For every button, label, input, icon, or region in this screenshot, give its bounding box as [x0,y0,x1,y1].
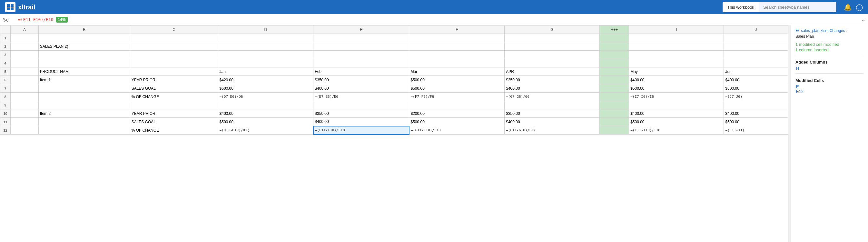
table-row[interactable]: 1 [0,34,788,42]
col-header-F[interactable]: F [409,26,505,34]
cell[interactable] [599,59,629,67]
cell[interactable]: $500.00 [409,76,505,84]
cell[interactable]: YEAR PRIOR [130,76,218,84]
table-row[interactable]: 10Item 2YEAR PRIOR$400.00$350.00$200.00$… [0,110,788,118]
cell[interactable] [130,51,218,59]
col-header-D[interactable]: D [218,26,313,34]
cell[interactable] [313,34,409,42]
cell[interactable] [599,76,629,84]
table-row[interactable]: 2SALES PLAN 2( [0,42,788,51]
cell[interactable]: =(I11-I10)/I10 [629,126,724,134]
cell[interactable] [11,118,39,126]
col-header-G[interactable]: G [505,26,599,34]
col-header-J[interactable]: J [724,26,788,34]
cell[interactable] [11,67,39,76]
table-row[interactable]: 12% OF CHANGE=(D11-D10)/D1(=(E11-E10)/E1… [0,126,788,134]
cell[interactable] [38,34,130,42]
cell[interactable]: Feb [313,67,409,76]
cell[interactable]: APR [505,67,599,76]
col-header-E[interactable]: E [313,26,409,34]
table-row[interactable]: 5PRODUCT NAMJanFebMarAPRMayJun [0,67,788,76]
cell[interactable] [724,101,788,110]
cell[interactable] [599,110,629,118]
cell[interactable] [11,59,39,67]
cell[interactable]: =(J7-J6) [724,93,788,101]
cell[interactable]: =(D7-D6)/D6 [218,93,313,101]
cell[interactable]: $500.00 [409,118,505,126]
cell[interactable]: =(I7-I6)/I6 [629,93,724,101]
cell[interactable] [629,101,724,110]
cell[interactable] [38,126,130,134]
cell[interactable] [629,59,724,67]
cell[interactable] [599,42,629,51]
cell[interactable]: YEAR PRIOR [130,110,218,118]
cell[interactable] [38,51,130,59]
cell[interactable]: =(G11-G10)/G1( [505,126,599,134]
cell[interactable] [11,34,39,42]
cell[interactable] [505,42,599,51]
cell[interactable]: $500.00 [218,118,313,126]
cell[interactable]: $400.00 [505,118,599,126]
spreadsheet[interactable]: A B C D E F G H++ I J 12SALES PLAN 2(345… [0,25,788,242]
modified-cell-E12[interactable]: E12 [796,89,864,94]
bell-icon[interactable]: 🔔 [844,3,852,11]
table-row[interactable]: 7SALES GOAL$600.00$400.00$500.00$400.00$… [0,84,788,93]
cell[interactable] [218,51,313,59]
cell[interactable] [130,42,218,51]
cell[interactable]: =(J11-J1( [724,126,788,134]
cell[interactable]: $500.00 [629,84,724,93]
cell[interactable] [218,59,313,67]
cell[interactable]: =(E11-E10)/E10 [313,126,409,134]
file-link[interactable]: sales_plan.xlsm Changes [801,28,845,33]
table-row[interactable]: 9 [0,101,788,110]
table-row[interactable]: 4 [0,59,788,67]
cell[interactable]: Jan [218,67,313,76]
cell[interactable] [38,59,130,67]
cell[interactable] [313,51,409,59]
table-row[interactable]: 11SALES GOAL$500.00$400.00$500.00$400.00… [0,118,788,126]
cell[interactable] [629,34,724,42]
table-row[interactable]: 6Item 1YEAR PRIOR$420.00$350.00$500.00$3… [0,76,788,84]
cell[interactable] [130,59,218,67]
cell[interactable]: $500.00 [409,84,505,93]
table-row[interactable]: 3 [0,51,788,59]
cell[interactable]: $400.00 [505,84,599,93]
cell[interactable] [599,34,629,42]
cell[interactable]: SALES PLAN 2( [38,42,130,51]
col-header-A[interactable]: A [11,26,39,34]
cell[interactable] [599,51,629,59]
cell[interactable] [130,101,218,110]
cell[interactable] [38,93,130,101]
cell[interactable] [724,51,788,59]
cell[interactable]: $400.00 [629,76,724,84]
cell[interactable]: $400.00 [313,118,409,126]
cell[interactable]: SALES GOAL [130,84,218,93]
cell[interactable]: May [629,67,724,76]
cell[interactable]: $600.00 [218,84,313,93]
cell[interactable]: $400.00 [218,110,313,118]
cell[interactable]: $500.00 [629,118,724,126]
cell[interactable] [218,42,313,51]
cell[interactable] [505,59,599,67]
formula-expand-icon[interactable]: ⌄ [861,17,865,23]
cell[interactable]: Item 2 [38,110,130,118]
cell[interactable] [218,101,313,110]
cell[interactable] [313,101,409,110]
cell[interactable]: =(F11-F10)/F10 [409,126,505,134]
cell[interactable] [599,126,629,134]
cell[interactable] [409,42,505,51]
cell[interactable] [724,34,788,42]
cell[interactable] [505,51,599,59]
cell[interactable] [409,59,505,67]
added-column-H[interactable]: H [796,66,864,71]
cell[interactable] [599,101,629,110]
col-header-C[interactable]: C [130,26,218,34]
col-header-B[interactable]: B [38,26,130,34]
cell[interactable] [409,34,505,42]
workbook-button[interactable]: This workbook [722,2,759,12]
cell[interactable]: Jun [724,67,788,76]
cell[interactable] [409,51,505,59]
cell[interactable]: $500.00 [724,84,788,93]
cell[interactable] [130,34,218,42]
cell[interactable] [11,110,39,118]
